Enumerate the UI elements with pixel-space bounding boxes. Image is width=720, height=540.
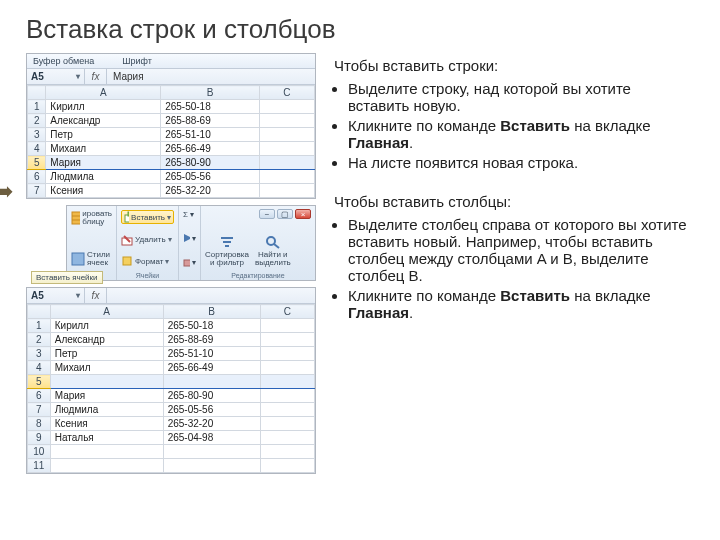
fill-button[interactable]: ▾ xyxy=(183,233,196,243)
row-header[interactable]: 7 xyxy=(28,184,46,198)
row-header[interactable]: 6 xyxy=(28,389,51,403)
maximize-button[interactable]: ▢ xyxy=(277,209,293,219)
cell[interactable] xyxy=(260,403,314,417)
col-header-b[interactable]: B xyxy=(161,86,260,100)
table-row[interactable]: 2Александр265-88-69 xyxy=(28,333,315,347)
cell[interactable]: 265-88-69 xyxy=(161,114,260,128)
row-header[interactable]: 2 xyxy=(28,333,51,347)
cell[interactable] xyxy=(163,375,260,389)
col-header-c[interactable]: C xyxy=(259,86,314,100)
cell[interactable]: 265-51-10 xyxy=(163,347,260,361)
format-button[interactable]: Формат▾ xyxy=(121,255,174,267)
row-header[interactable]: 10 xyxy=(28,445,51,459)
cell[interactable] xyxy=(163,459,260,473)
cell[interactable] xyxy=(259,128,314,142)
cell[interactable]: Людмила xyxy=(50,403,163,417)
autosum-button[interactable]: Σ ▾ xyxy=(183,210,196,219)
cell[interactable] xyxy=(259,142,314,156)
table-row[interactable]: 8Ксения265-32-20 xyxy=(28,417,315,431)
cell[interactable] xyxy=(259,184,314,198)
cell[interactable]: 265-04-98 xyxy=(163,431,260,445)
cell[interactable]: 265-50-18 xyxy=(161,100,260,114)
cell[interactable]: Ксения xyxy=(46,184,161,198)
cell[interactable] xyxy=(259,100,314,114)
row-header[interactable]: 1 xyxy=(28,100,46,114)
table-row[interactable]: 4Михаил265-66-49 xyxy=(28,361,315,375)
cell[interactable]: Мария xyxy=(46,156,161,170)
cell[interactable]: Мария xyxy=(50,389,163,403)
cell[interactable] xyxy=(260,445,314,459)
find-select-button[interactable]: Найти и выделить xyxy=(255,235,291,267)
formula-bar[interactable]: Мария xyxy=(107,69,315,84)
cell[interactable] xyxy=(260,319,314,333)
cell[interactable]: Михаил xyxy=(46,142,161,156)
cell[interactable]: 265-32-20 xyxy=(161,184,260,198)
cell[interactable]: 265-51-10 xyxy=(161,128,260,142)
table-row[interactable]: 3Петр265-51-10 xyxy=(28,347,315,361)
corner-cell[interactable] xyxy=(28,305,51,319)
table-row[interactable]: 1Кирилл265-50-18 xyxy=(28,100,315,114)
table-row[interactable]: 7Людмила265-05-56 xyxy=(28,403,315,417)
cell[interactable]: 265-66-49 xyxy=(163,361,260,375)
cell[interactable]: Александр xyxy=(50,333,163,347)
row-header[interactable]: 5 xyxy=(28,156,46,170)
col-header-b[interactable]: B xyxy=(163,305,260,319)
grid-bottom[interactable]: A B C 1Кирилл265-50-182Александр265-88-6… xyxy=(27,304,315,473)
col-header-c[interactable]: C xyxy=(260,305,314,319)
cell[interactable]: Ксения xyxy=(50,417,163,431)
cell[interactable]: Михаил xyxy=(50,361,163,375)
cell[interactable]: Кирилл xyxy=(46,100,161,114)
cell[interactable]: 265-66-49 xyxy=(161,142,260,156)
sort-filter-button[interactable]: Сортировка и фильтр xyxy=(205,235,249,267)
table-row[interactable]: 5Мария265-80-90 xyxy=(28,156,315,170)
table-row[interactable]: 6Людмила265-05-56 xyxy=(28,170,315,184)
cell[interactable] xyxy=(260,459,314,473)
cell[interactable]: 265-50-18 xyxy=(163,319,260,333)
cell[interactable]: 265-05-56 xyxy=(161,170,260,184)
cell[interactable] xyxy=(163,445,260,459)
row-header[interactable]: 4 xyxy=(28,142,46,156)
table-row[interactable]: 2Александр265-88-69 xyxy=(28,114,315,128)
cell[interactable] xyxy=(260,347,314,361)
cell[interactable] xyxy=(260,431,314,445)
cell[interactable]: 265-05-56 xyxy=(163,403,260,417)
table-row[interactable]: 1Кирилл265-50-18 xyxy=(28,319,315,333)
table-row[interactable]: 7Ксения265-32-20 xyxy=(28,184,315,198)
formula-bar[interactable] xyxy=(107,288,315,303)
row-header[interactable]: 4 xyxy=(28,361,51,375)
cell[interactable] xyxy=(260,417,314,431)
cell[interactable]: 265-80-90 xyxy=(161,156,260,170)
table-row[interactable]: 10 xyxy=(28,445,315,459)
cell[interactable]: Петр xyxy=(46,128,161,142)
cell[interactable]: 265-80-90 xyxy=(163,389,260,403)
col-header-a[interactable]: A xyxy=(46,86,161,100)
cell[interactable]: Наталья xyxy=(50,431,163,445)
cell[interactable]: Людмила xyxy=(46,170,161,184)
cell[interactable] xyxy=(260,375,314,389)
name-box[interactable]: A5 ▾ xyxy=(27,288,85,303)
cell[interactable]: Кирилл xyxy=(50,319,163,333)
delete-button[interactable]: Удалить▾ xyxy=(121,234,174,246)
table-row[interactable]: 3Петр265-51-10 xyxy=(28,128,315,142)
cell[interactable] xyxy=(259,156,314,170)
row-header[interactable]: 1 xyxy=(28,319,51,333)
cell[interactable] xyxy=(260,389,314,403)
cell[interactable]: Петр xyxy=(50,347,163,361)
table-row[interactable]: 4Михаил265-66-49 xyxy=(28,142,315,156)
col-header-a[interactable]: A xyxy=(50,305,163,319)
insert-button[interactable]: Вставить▾ xyxy=(121,210,174,224)
row-header[interactable]: 6 xyxy=(28,170,46,184)
cell[interactable] xyxy=(260,361,314,375)
row-header[interactable]: 2 xyxy=(28,114,46,128)
row-header[interactable]: 8 xyxy=(28,417,51,431)
row-header[interactable]: 7 xyxy=(28,403,51,417)
table-row[interactable]: 5 xyxy=(28,375,315,389)
cell[interactable] xyxy=(50,445,163,459)
cell[interactable] xyxy=(50,459,163,473)
row-header[interactable]: 3 xyxy=(28,347,51,361)
cell[interactable]: 265-32-20 xyxy=(163,417,260,431)
cell-styles-button[interactable]: Стили ячеек xyxy=(71,251,112,267)
format-as-table-button[interactable]: ировать блицу xyxy=(71,210,112,226)
name-box[interactable]: A5 ▾ xyxy=(27,69,85,84)
corner-cell[interactable] xyxy=(28,86,46,100)
